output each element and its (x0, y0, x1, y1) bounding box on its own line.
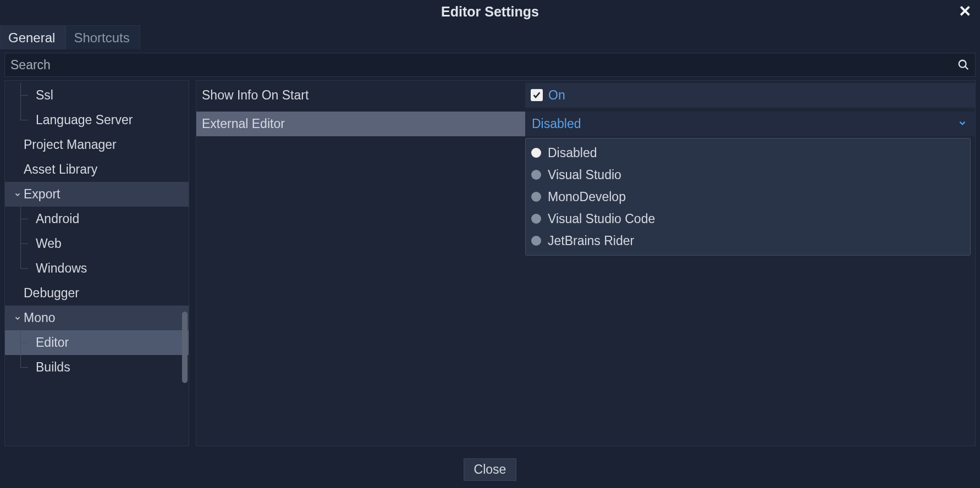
chevron-down-icon[interactable] (13, 187, 23, 202)
external-editor-dropdown[interactable]: Disabled (525, 112, 975, 136)
prop-label: Show Info On Start (202, 88, 309, 103)
external-editor-option-visual-studio-code[interactable]: Visual Studio Code (530, 208, 966, 230)
tab-shortcuts-label: Shortcuts (74, 30, 129, 46)
tree-item-windows[interactable]: Windows (5, 256, 189, 281)
tree-item-label: Windows (36, 261, 87, 276)
external-editor-option-jetbrains-rider[interactable]: JetBrains Rider (530, 230, 966, 252)
tree-item-label: Ssl (36, 88, 53, 103)
prop-label: External Editor (202, 117, 285, 131)
tree-item-label: Asset Library (24, 162, 97, 177)
tree-item-label: Web (36, 236, 62, 251)
tree-tick (20, 367, 28, 368)
body: SslLanguage ServerProject ManagerAsset L… (0, 80, 980, 451)
radio-icon (531, 148, 541, 158)
prop-external-editor: External Editor Disabled (196, 109, 975, 138)
tree-item-builds[interactable]: Builds (5, 355, 189, 380)
tree-item-editor[interactable]: Editor (5, 330, 189, 355)
tree-item-label: Builds (36, 360, 70, 375)
svg-line-1 (965, 66, 968, 70)
tree-item-web[interactable]: Web (5, 231, 189, 256)
tab-shortcuts[interactable]: Shortcuts (65, 25, 140, 49)
settings-tree-sidebar: SslLanguage ServerProject ManagerAsset L… (4, 80, 189, 446)
option-label: MonoDevelop (548, 190, 626, 204)
dropdown-selected: Disabled (532, 117, 581, 131)
radio-icon (531, 214, 541, 224)
tree-tick (20, 268, 28, 269)
tree-item-label: Language Server (36, 113, 133, 127)
tab-bar: General Shortcuts (0, 25, 980, 49)
tree-item-asset-library[interactable]: Asset Library (5, 157, 189, 182)
tree-tick (20, 243, 28, 244)
tree-tick (20, 219, 28, 219)
tree-guide (20, 355, 21, 368)
tree-item-label: Project Manager (24, 137, 117, 152)
svg-point-0 (959, 60, 966, 68)
show-info-value: On (548, 88, 565, 103)
window-title: Editor Settings (441, 4, 539, 20)
titlebar: Editor Settings ✕ (0, 0, 980, 23)
search-input[interactable] (10, 58, 957, 73)
tree-item-language-server[interactable]: Language Server (5, 108, 189, 132)
external-editor-options-popup: DisabledVisual StudioMonoDevelopVisual S… (525, 138, 971, 256)
external-editor-option-disabled[interactable]: Disabled (530, 142, 966, 164)
tree-item-ssl[interactable]: Ssl (5, 83, 189, 108)
tab-general-label: General (8, 30, 55, 46)
radio-icon (531, 236, 541, 246)
radio-icon (531, 192, 541, 202)
close-button-label: Close (474, 462, 506, 476)
tree-item-label: Export (24, 187, 60, 202)
sidebar-scrollbar[interactable] (182, 312, 188, 383)
tree-guide (20, 256, 21, 269)
external-editor-option-visual-studio[interactable]: Visual Studio (530, 164, 966, 186)
tab-general[interactable]: General (0, 25, 65, 49)
show-info-checkbox-row[interactable]: On (525, 83, 975, 108)
option-label: Disabled (548, 146, 597, 160)
tree-item-export[interactable]: Export (5, 182, 189, 207)
option-label: Visual Studio Code (548, 212, 655, 226)
prop-show-info-on-start: Show Info On Start On (196, 81, 975, 109)
tree-item-label: Debugger (24, 286, 79, 301)
tree-item-project-manager[interactable]: Project Manager (5, 132, 189, 157)
tree-item-label: Mono (24, 310, 56, 325)
tree-item-mono[interactable]: Mono (5, 306, 189, 330)
chevron-down-icon (957, 117, 967, 131)
external-editor-option-monodevelop[interactable]: MonoDevelop (530, 186, 966, 208)
close-button[interactable]: Close (464, 458, 517, 481)
chevron-down-icon[interactable] (13, 310, 23, 325)
tree-guide (20, 108, 21, 120)
search-icon[interactable] (957, 59, 970, 71)
option-label: JetBrains Rider (548, 234, 634, 248)
close-icon[interactable]: ✕ (955, 1, 975, 21)
option-label: Visual Studio (548, 168, 621, 182)
checkbox-icon[interactable] (531, 89, 543, 101)
tree-tick (20, 95, 28, 96)
properties-panel: Show Info On Start On External Editor Di… (196, 80, 976, 446)
search-bar (4, 53, 976, 77)
settings-window: Editor Settings ✕ General Shortcuts SslL… (0, 0, 980, 488)
radio-icon (531, 170, 541, 180)
tree-item-debugger[interactable]: Debugger (5, 281, 189, 306)
tree-item-label: Android (36, 212, 79, 226)
footer: Close (0, 451, 980, 488)
tree-item-android[interactable]: Android (5, 207, 189, 231)
tree-tick (20, 120, 28, 120)
tree-item-label: Editor (36, 335, 69, 350)
tree-tick (20, 342, 28, 343)
